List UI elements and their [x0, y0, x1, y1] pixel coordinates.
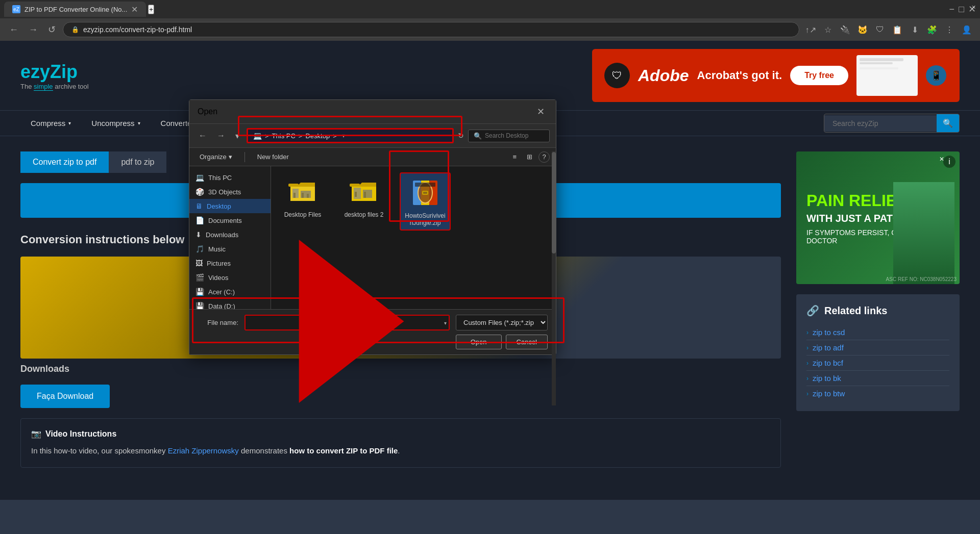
svg-rect-18: [364, 192, 366, 198]
related-link-item: › zip to bcf: [806, 355, 949, 371]
file-item-desktop-files[interactable]: Desktop Files: [277, 172, 328, 231]
ext-icon-3[interactable]: 🛡: [873, 22, 887, 37]
ad-tagline: Acrobat's got it.: [697, 69, 782, 82]
video-text: In this how-to video, our spokesmonkey E…: [31, 445, 770, 457]
folder-icon-2: [348, 175, 380, 208]
tab-title: ZIP to PDF Converter Online (No...: [24, 6, 127, 13]
dialog-sidebar: 💻 This PC 🎲 3D Objects 🖥 Desktop 📄 Docum…: [189, 166, 271, 309]
download-indicator[interactable]: ⬇: [908, 22, 922, 37]
ext-icon-1[interactable]: 🔌: [838, 22, 852, 37]
pdf-to-zip-tab[interactable]: pdf to zip: [109, 151, 166, 173]
link-zip-to-csd[interactable]: zip to csd: [813, 328, 845, 337]
dialog-path-bar[interactable]: 💻 > This PC > Desktop > ▾: [247, 128, 454, 143]
path-desktop[interactable]: Desktop: [305, 132, 330, 140]
ad-try-free-button[interactable]: Try free: [790, 66, 848, 85]
file-item-jungle-zip[interactable]: HowtoSuriviveinJungle.zip: [400, 172, 451, 231]
chevron-icon-1: ›: [806, 329, 808, 336]
related-link-item: › zip to adf: [806, 340, 949, 355]
dialog-back-button[interactable]: ←: [195, 129, 210, 142]
file-open-dialog[interactable]: Open ✕ ← → ▾ 💻 > This PC > Desktop > ▾ ↻…: [189, 99, 556, 355]
sidebar-videos[interactable]: 🎬 Videos: [189, 270, 271, 285]
window-minimize[interactable]: −: [949, 4, 955, 15]
view-list-button[interactable]: ≡: [508, 151, 521, 163]
tab-close-btn[interactable]: ✕: [131, 5, 138, 14]
dialog-nav-bar: ← → ▾ 💻 > This PC > Desktop > ▾ ↻ 🔍: [189, 124, 556, 148]
ad-corner-icon: 📱: [926, 65, 946, 86]
zip-file-icon: [409, 176, 442, 209]
sidebar-music[interactable]: 🎵 Music: [189, 242, 271, 256]
svg-rect-13: [307, 194, 309, 198]
view-grid-button[interactable]: ⊞: [523, 151, 536, 163]
filename-dropdown-arrow[interactable]: ▾: [444, 320, 447, 325]
file-name-jungle-zip: HowtoSuriviveinJungle.zip: [404, 212, 447, 226]
file-item-desktop-files-2[interactable]: desktop files 2: [338, 172, 389, 231]
refresh-button[interactable]: ↺: [45, 22, 59, 37]
chain-link-icon: 🔗: [806, 304, 819, 317]
organize-button[interactable]: Organize ▾: [195, 151, 236, 163]
new-folder-button[interactable]: New folder: [253, 151, 293, 163]
spokesmonkey-link[interactable]: Ezriah Zippernowsky: [168, 446, 239, 455]
compress-menu[interactable]: Compress ▾: [20, 111, 81, 136]
related-links-section: 🔗 Related links › zip to csd › zip to ad…: [796, 294, 960, 411]
address-text: ezyzip.com/convert-zip-to-pdf.html: [83, 26, 192, 34]
ext-icon-2[interactable]: 🐱: [855, 22, 870, 37]
chevron-icon-3: ›: [806, 360, 808, 367]
zip-to-pdf-tab[interactable]: Convert zip to pdf: [20, 151, 109, 173]
music-sidebar-icon: 🎵: [195, 245, 204, 253]
sidebar-ad-ref: ASC REF NO: NC038N052223: [886, 276, 957, 282]
link-zip-to-btw[interactable]: zip to btw: [813, 389, 845, 398]
new-tab-button[interactable]: +: [148, 5, 154, 14]
window-maximize[interactable]: □: [959, 4, 964, 15]
uncompress-menu[interactable]: Uncompress ▾: [81, 111, 150, 136]
extensions-icon[interactable]: 🧩: [925, 22, 939, 37]
sidebar-pictures[interactable]: 🖼 Pictures: [189, 256, 271, 270]
sidebar-this-pc[interactable]: 💻 This PC: [189, 170, 271, 185]
ext-icon-4[interactable]: 📋: [890, 22, 904, 37]
cancel-button[interactable]: Cancel: [506, 335, 548, 349]
path-this-pc[interactable]: This PC: [272, 132, 296, 140]
sidebar-acer-c[interactable]: 💾 Acer (C:): [189, 285, 271, 299]
dialog-close-button[interactable]: ✕: [534, 105, 548, 118]
search-button[interactable]: 🔍: [937, 114, 959, 132]
svg-rect-26: [423, 192, 427, 194]
bookmark-icon[interactable]: ☆: [821, 22, 835, 37]
path-dropdown-arrow[interactable]: ▾: [342, 132, 345, 139]
search-input[interactable]: [824, 115, 937, 132]
ad-preview-image: [856, 55, 918, 96]
active-tab[interactable]: eZ ZIP to PDF Converter Online (No... ✕: [4, 2, 146, 17]
adobe-logo: Adobe: [638, 66, 689, 85]
browser-action-icons: ↑↗ ☆ 🔌 🐱 🛡 📋 ⬇ 🧩 ⋮ 👤: [803, 22, 974, 37]
filetype-select[interactable]: Custom Files (*.zip;*.zip): [456, 315, 548, 330]
share-icon[interactable]: ↑↗: [803, 22, 818, 37]
sidebar-3d-objects[interactable]: 🎲 3D Objects: [189, 185, 271, 199]
ad-info-button[interactable]: i: [943, 156, 955, 168]
link-zip-to-bcf[interactable]: zip to bcf: [813, 359, 843, 367]
logo-tagline: The simple archive tool: [20, 83, 89, 90]
nav-links: Compress ▾ Uncompress ▾ Converter ▾: [20, 111, 210, 136]
sidebar-documents[interactable]: 📄 Documents: [189, 213, 271, 227]
browser-menu[interactable]: ⋮: [942, 22, 957, 37]
dialog-dropdown-button[interactable]: ▾: [232, 129, 242, 143]
address-bar[interactable]: 🔒 ezyzip.com/convert-zip-to-pdf.html: [63, 22, 799, 37]
sidebar-desktop[interactable]: 🖥 Desktop: [189, 199, 271, 213]
uncompress-arrow: ▾: [138, 120, 140, 126]
svg-rect-12: [302, 193, 304, 198]
sidebar-downloads[interactable]: ⬇ Downloads: [189, 227, 271, 242]
faca-download-button[interactable]: Faça Download: [20, 385, 110, 408]
profile-icon[interactable]: 👤: [960, 22, 974, 37]
dialog-refresh-button[interactable]: ↻: [458, 132, 464, 140]
open-button[interactable]: Open: [456, 335, 502, 349]
dialog-search-input[interactable]: [485, 132, 536, 139]
documents-sidebar-icon: 📄: [195, 216, 204, 224]
forward-button[interactable]: →: [26, 22, 41, 37]
sidebar-ad: ✕ i PAIN RELIEF WITH JUST A PATCH! IF SY…: [796, 151, 960, 284]
back-button[interactable]: ←: [6, 22, 21, 37]
dialog-forward-button[interactable]: →: [214, 129, 228, 142]
sidebar-data-d[interactable]: 💾 Data (D:): [189, 299, 271, 309]
help-button[interactable]: ?: [538, 151, 550, 163]
link-zip-to-bk[interactable]: zip to bk: [813, 374, 841, 383]
search-bar: 🔍: [824, 114, 960, 133]
filename-input[interactable]: [246, 316, 449, 329]
ad-close-x[interactable]: ✕: [971, 4, 976, 11]
link-zip-to-adf[interactable]: zip to adf: [813, 343, 844, 352]
